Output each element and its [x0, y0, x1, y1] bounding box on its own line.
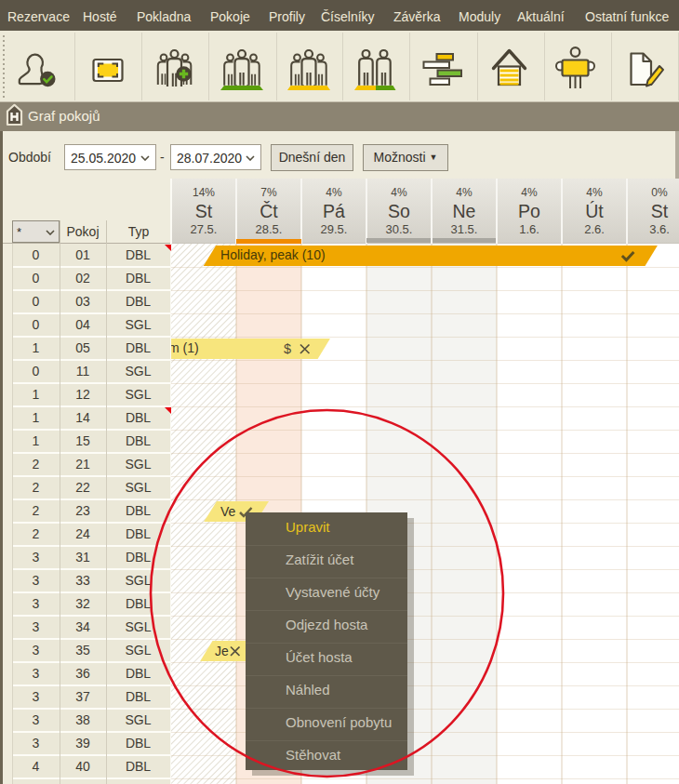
svg-text:$: $ [284, 341, 291, 356]
svg-text:Holiday, peak (10): Holiday, peak (10) [220, 247, 325, 262]
svg-text:m (1): m (1) [171, 340, 199, 355]
svg-text:Ve: Ve [220, 504, 236, 519]
svg-text:Je: Je [215, 644, 229, 658]
